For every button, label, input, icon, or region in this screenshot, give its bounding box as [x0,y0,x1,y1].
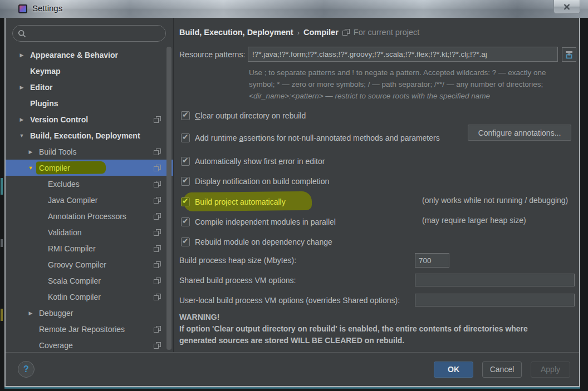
checkbox-label: Add runtime assertions for not-null-anno… [195,133,440,142]
settings-sidebar: Appearance & Behavior Keymap Editor Plug… [6,18,174,352]
sidebar-item-validation[interactable]: Validation [6,224,173,240]
sidebar-scrollbar[interactable] [166,47,171,350]
project-settings-icon [154,181,161,187]
resource-patterns-label: Resource patterns: [179,50,245,59]
project-settings-icon [154,261,161,268]
title-bar[interactable]: Settings [0,0,588,18]
checkbox-rebuild-on-dependency-change[interactable]: Rebuild module on dependency change [181,236,332,248]
dialog-footer: ? OK Cancel Apply [6,352,579,386]
sidebar-item-label: RMI Compiler [48,244,96,253]
project-settings-icon [154,116,161,123]
close-icon [564,4,570,10]
sidebar-item-label: Build, Execution, Deployment [30,131,140,140]
checkbox-checked-icon[interactable] [181,237,190,246]
sidebar-item-label: Build Tools [39,147,76,156]
checkbox-checked-icon[interactable] [181,217,190,226]
apply-button: Apply [531,362,570,378]
checkbox-label: Automatically show first error in editor [195,157,325,166]
sidebar-item-compiler[interactable]: Compiler [6,160,173,176]
checkbox-checked-icon[interactable] [181,157,190,166]
sidebar-item-label: Remote Jar Repositories [39,325,125,334]
ok-button[interactable]: OK [434,362,473,378]
sidebar-item-groovy-compiler[interactable]: Groovy Compiler [6,256,173,273]
close-button[interactable] [553,0,580,14]
checkbox-label: Build project automatically [195,197,286,206]
sidebar-item-label: Java Compiler [48,196,97,205]
sidebar-item-build-tools[interactable]: Build Tools [6,143,173,160]
search-box[interactable] [12,25,166,42]
warning-text: WARNING! If option 'Clear output directo… [179,311,569,347]
search-input[interactable] [26,29,165,38]
checkbox-checked-icon[interactable] [181,177,190,186]
checkbox-checked-icon[interactable] [181,133,190,142]
cancel-button[interactable]: Cancel [482,362,522,378]
settings-tree: Appearance & Behavior Keymap Editor Plug… [6,47,173,352]
sidebar-item-label: Kotlin Compiler [48,293,101,301]
breadcrumb-section[interactable]: Build, Execution, Deployment [179,28,293,37]
chevron-down-icon[interactable] [27,165,35,171]
question-mark-icon: ? [23,364,29,374]
user-local-vm-options-label: User-local build process VM options (ove… [179,296,400,305]
checkbox-build-project-automatically[interactable]: Build project automatically (only works … [181,196,286,208]
window-title: Settings [32,3,62,13]
sidebar-item-debugger[interactable]: Debugger [6,305,173,321]
sidebar-item-kotlin-compiler[interactable]: Kotlin Compiler [6,289,173,305]
sidebar-item-label: Validation [48,228,81,237]
search-icon [18,29,26,38]
sidebar-item-label: Appearance & Behavior [30,51,118,60]
checkbox-add-runtime-assertions[interactable]: Add runtime assertions for not-null-anno… [181,132,440,144]
background-speck [1,239,3,247]
shared-vm-options-input[interactable] [415,274,575,286]
checkbox-display-notification[interactable]: Display notification on build completion [181,175,329,187]
sidebar-item-scala-compiler[interactable]: Scala Compiler [6,273,173,289]
heap-size-label: Build process heap size (Mbytes): [179,256,296,265]
heap-size-input[interactable] [415,253,449,268]
chevron-right-icon[interactable] [27,149,35,155]
app-icon [18,4,27,13]
project-settings-icon [154,294,161,300]
hint-line: Use ; to separate patterns and ! to nega… [249,67,569,78]
project-settings-icon [154,149,161,155]
sidebar-item-label: Excludes [48,180,80,189]
sidebar-item-remote-jar-repositories[interactable]: Remote Jar Repositories [6,321,173,337]
sidebar-item-build-execution-deployment[interactable]: Build, Execution, Deployment [6,127,173,143]
hint-line: symbol; * — zero or more symbols; / — pa… [249,78,569,90]
sidebar-item-label: Compiler [39,164,70,172]
sidebar-item-java-compiler[interactable]: Java Compiler [6,192,173,208]
resource-patterns-input[interactable] [248,47,558,62]
project-settings-icon [154,342,161,349]
chevron-right-icon[interactable] [27,310,35,316]
sidebar-item-coverage[interactable]: Coverage [6,337,173,352]
chevron-right-icon[interactable] [18,52,26,58]
checkbox-checked-icon[interactable] [181,111,190,120]
sidebar-item-plugins[interactable]: Plugins [6,95,173,111]
sidebar-item-version-control[interactable]: Version Control [6,111,173,127]
sidebar-item-label: Editor [30,83,52,92]
project-settings-icon [342,29,350,36]
checkbox-note: (may require larger heap size) [422,216,526,225]
checkbox-show-first-error[interactable]: Automatically show first error in editor [181,155,325,167]
sidebar-item-excludes[interactable]: Excludes [6,176,173,192]
sidebar-item-label: Version Control [30,115,88,124]
help-button[interactable]: ? [18,361,35,378]
chevron-right-icon[interactable] [18,85,26,90]
configure-annotations-button[interactable]: Configure annotations... [468,125,571,141]
checkbox-compile-modules-in-parallel[interactable]: Compile independent modules in parallel … [181,216,336,228]
project-settings-icon [154,229,161,236]
chevron-right-icon[interactable] [18,117,26,122]
sidebar-item-rmi-compiler[interactable]: RMI Compiler [6,240,173,256]
breadcrumb-separator: › [297,28,300,37]
checkbox-clear-output-directory[interactable]: Clear output directory on rebuild [181,110,306,122]
sidebar-item-appearance-behavior[interactable]: Appearance & Behavior [6,47,173,63]
sidebar-item-editor[interactable]: Editor [6,79,173,95]
sidebar-item-label: Plugins [30,99,58,108]
sidebar-item-keymap[interactable]: Keymap [6,63,173,79]
project-settings-icon [154,197,161,204]
chevron-down-icon[interactable] [18,133,26,138]
settings-window: Settings [0,0,588,391]
user-local-vm-options-input[interactable] [415,294,575,306]
sidebar-item-annotation-processors[interactable]: Annotation Processors [6,208,173,224]
checkbox-label: Compile independent modules in parallel [195,217,336,226]
checkbox-checked-icon[interactable] [181,197,190,206]
reset-to-default-button[interactable] [562,47,576,62]
